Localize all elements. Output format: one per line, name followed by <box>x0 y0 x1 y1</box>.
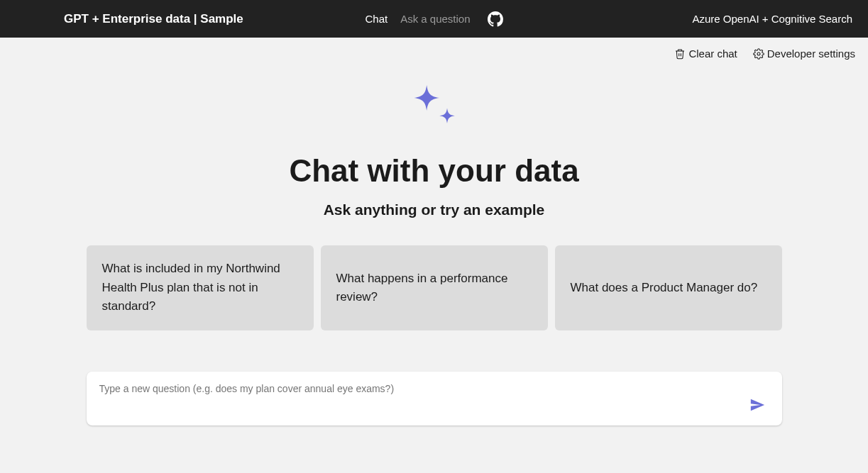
example-card[interactable]: What does a Product Manager do? <box>555 245 782 330</box>
app-title: GPT + Enterprise data | Sample <box>64 12 243 26</box>
header-right-label: Azure OpenAI + Cognitive Search <box>692 13 852 25</box>
example-card[interactable]: What is included in my Northwind Health … <box>87 245 314 330</box>
main: Chat with your data Ask anything or try … <box>0 62 868 425</box>
send-button[interactable] <box>747 394 768 416</box>
example-list: What is included in my Northwind Health … <box>87 245 782 330</box>
developer-settings-button[interactable]: Developer settings <box>753 48 855 60</box>
clear-chat-button[interactable]: Clear chat <box>674 48 737 60</box>
toolbar: Clear chat Developer settings <box>0 38 868 62</box>
github-icon[interactable] <box>488 11 503 27</box>
gear-icon <box>753 48 764 60</box>
page-title: Chat with your data <box>289 153 578 189</box>
svg-point-0 <box>757 52 760 55</box>
page-subtitle: Ask anything or try an example <box>324 201 545 218</box>
header: GPT + Enterprise data | Sample Chat Ask … <box>0 0 868 38</box>
clear-chat-label: Clear chat <box>688 48 737 60</box>
example-card[interactable]: What happens in a performance review? <box>321 245 548 330</box>
trash-icon <box>674 48 686 60</box>
sparkle-icon <box>402 81 466 142</box>
nav-ask-question[interactable]: Ask a question <box>400 13 470 25</box>
chat-input-container <box>87 372 782 425</box>
header-nav: Chat Ask a question <box>365 11 502 27</box>
send-icon <box>749 397 765 413</box>
developer-settings-label: Developer settings <box>767 48 855 60</box>
nav-chat[interactable]: Chat <box>365 13 388 25</box>
chat-input[interactable] <box>99 383 769 394</box>
